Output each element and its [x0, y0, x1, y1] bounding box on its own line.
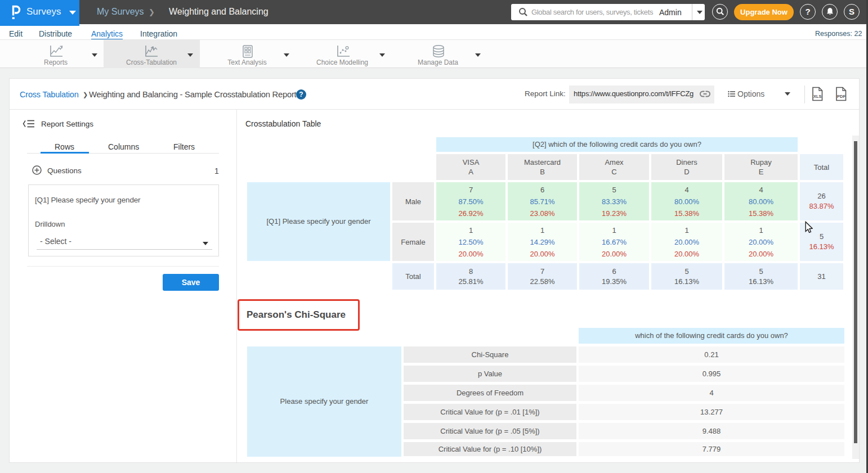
svg-text:PDF: PDF	[837, 94, 845, 99]
svg-text:XLS: XLS	[813, 94, 822, 99]
